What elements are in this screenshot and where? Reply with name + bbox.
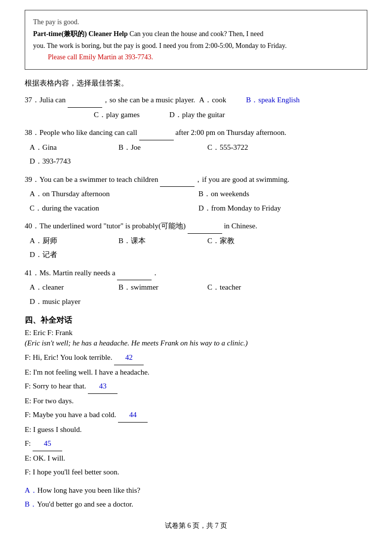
q39-c: C．during the vacation [30, 201, 198, 215]
q39-a: A．on Thursday afternoon [30, 187, 198, 201]
q39-options: A．on Thursday afternoon B．on weekends C．… [25, 187, 367, 215]
answer-a-label: A． [25, 486, 38, 494]
dialog-line-f3: F: Maybe you have a bad cold. 44 [25, 408, 367, 423]
q41-b: B．swimmer [118, 280, 207, 295]
question-39: 39．You can be a swimmer to teach childre… [25, 172, 367, 215]
q38-b: B．Joe [118, 140, 207, 155]
question-38: 38．People who like dancing can call afte… [25, 126, 367, 169]
q38-blank [139, 126, 174, 140]
q41-text: 41．Ms. Martin really needs a ． [25, 266, 367, 281]
q41-blank [117, 266, 152, 281]
q38-a: A．Gina [30, 140, 118, 155]
page-footer: 试卷第 6 页，共 7 页 [25, 521, 367, 530]
blank-43: 43 [88, 379, 118, 394]
ad-line2: Part-time(兼职的) Cleaner Help Can you clea… [33, 28, 359, 40]
q38-d: D．393-7743 [30, 154, 118, 169]
q38-text: 38．People who like dancing can call afte… [25, 126, 367, 140]
dialog-line-f2: F: Sorry to hear that. 43 [25, 379, 367, 394]
dialog-line-f1: F: Hi, Eric! You look terrible. 42 [25, 350, 367, 365]
q38-c: C．555-3722 [207, 140, 296, 155]
q37-a: A．cook [199, 96, 226, 104]
q39-d: D．from Monday to Friday [198, 201, 367, 215]
q37-c: C．play games [94, 108, 140, 122]
dialog-line-e4: E: OK. I will. [25, 451, 367, 466]
answer-b-label: B． [25, 500, 37, 508]
q40-d: D．记者 [30, 248, 118, 262]
q40-a: A．厨师 [30, 234, 118, 248]
q37-d: D．play the guitar [169, 108, 225, 122]
q38-options: A．Gina B．Joe C．555-3722 D．393-7743 [25, 140, 367, 169]
q40-c: C．家教 [207, 234, 296, 248]
blank-45: 45 [33, 436, 62, 451]
answer-b-text: You'd better go and see a doctor. [37, 500, 133, 508]
q41-a: A．cleaner [30, 280, 118, 295]
ad-line1: The pay is good. [33, 16, 359, 28]
q37-text: 37．Julia can ，so she can be a music play… [25, 93, 367, 108]
blank-44: 44 [118, 408, 148, 423]
dialog-line-f4: F: 45 [25, 436, 367, 451]
dialog-header: E: Eric F: Frank [25, 329, 367, 337]
dialog-line-f5: F: I hope you'll feel better soon. [25, 465, 367, 479]
ad-bold: Part-time(兼职的) Cleaner Help [33, 30, 128, 38]
dialog-line-e3: E: I guess I should. [25, 423, 367, 437]
q39-text: 39．You can be a swimmer to teach childre… [25, 172, 367, 187]
q41-options: A．cleaner B．swimmer C．teacher D．music pl… [25, 280, 367, 308]
q37-blank [68, 93, 102, 108]
q37-b: B．speak English [246, 96, 300, 104]
q40-text: 40．The underlined word "tutor" is probab… [25, 219, 367, 234]
ad-line4: Please call Emily Martin at 393-7743. [33, 51, 359, 63]
question-37: 37．Julia can ，so she can be a music play… [25, 93, 367, 122]
blank-42: 42 [114, 350, 144, 365]
ad-box: The pay is good. Part-time(兼职的) Cleaner … [25, 10, 367, 70]
q39-b: B．on weekends [198, 187, 367, 201]
dialog-line-e1: E: I'm not feeling well. I have a headac… [25, 365, 367, 380]
ad-line2-rest: Can you clean the house and cook? Then, … [128, 30, 264, 38]
answer-a-text: How long have you been like this? [38, 486, 140, 494]
question-41: 41．Ms. Martin really needs a ． A．cleaner… [25, 266, 367, 309]
q39-blank [160, 172, 195, 187]
ad-line3: you. The work is boring, but the pay is … [33, 40, 359, 52]
q41-c: C．teacher [207, 280, 296, 295]
answer-option-a: A．How long have you been like this? [25, 483, 367, 498]
question-40: 40．The underlined word "tutor" is probab… [25, 219, 367, 262]
q41-d: D．music player [30, 295, 118, 309]
section-instruction: 根据表格内容，选择最佳答案。 [25, 79, 367, 88]
dialog-line-e2: E: For two days. [25, 394, 367, 408]
q40-blank [188, 219, 222, 234]
answer-option-b: B．You'd better go and see a doctor. [25, 497, 367, 512]
section4-title: 四、补全对话 [25, 315, 367, 326]
q40-b: B．课本 [118, 234, 207, 248]
q40-options: A．厨师 B．课本 C．家教 D．记者 [25, 234, 367, 262]
answer-options-block: A．How long have you been like this? B．Yo… [25, 483, 367, 512]
dialog-scene: (Eric isn't well; he has a headache. He … [25, 339, 367, 347]
q37-options-row2: C．play games D．play the guitar [25, 108, 367, 122]
